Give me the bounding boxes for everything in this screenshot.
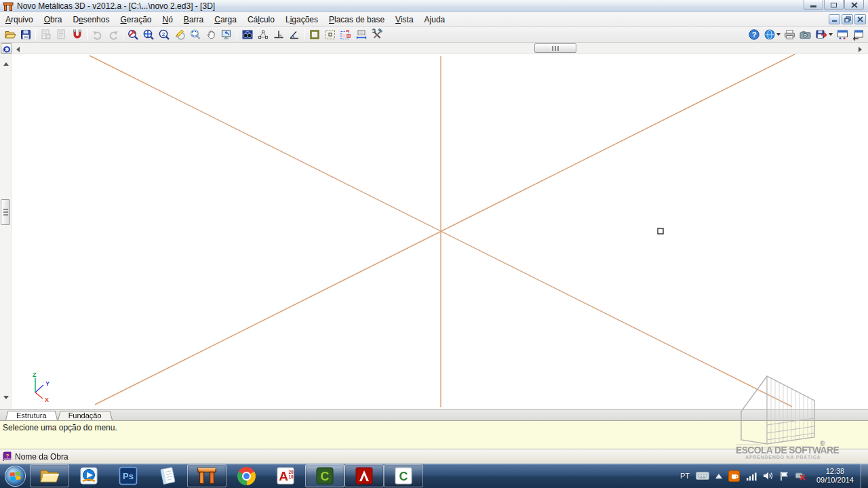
undo-button[interactable]	[90, 28, 105, 42]
scroll-up-arrow[interactable]	[3, 62, 9, 66]
photoshop-icon: Ps	[119, 466, 138, 485]
globe-icon	[764, 28, 776, 41]
toolbar-separator	[87, 28, 87, 41]
nodes-icon	[257, 28, 269, 41]
menu-ligacoes[interactable]: Ligações	[280, 13, 323, 26]
help-button[interactable]: ?	[746, 28, 762, 42]
minimize-button[interactable]	[804, 0, 823, 10]
window-previous-icon	[852, 28, 865, 41]
desktop: Novo Metálicas 3D - v2012.a - [C:\...\no…	[0, 0, 868, 488]
taskbar-chrome[interactable]	[226, 464, 266, 488]
dimension-button[interactable]	[353, 28, 369, 42]
redraw-button[interactable]	[172, 28, 188, 42]
menu-barra[interactable]: Barra	[178, 13, 209, 26]
svg-text:2: 2	[162, 31, 165, 37]
taskbar-adobe-reader[interactable]	[344, 464, 384, 487]
menu-placas-de-base[interactable]: Placas de base	[323, 13, 390, 26]
taskbar-clock[interactable]: 12:38 09/10/2014	[816, 467, 854, 485]
cursor-pick-box	[658, 228, 663, 234]
taskbar-camtasia-recorder[interactable]: C	[305, 464, 344, 487]
export-drawing-button[interactable]	[38, 28, 54, 42]
action-center-flag-icon[interactable]	[780, 471, 789, 481]
start-button[interactable]	[0, 464, 30, 488]
mdi-restore-button[interactable]	[842, 14, 853, 24]
save-button[interactable]	[18, 28, 33, 42]
window-previous-button[interactable]	[850, 28, 866, 42]
orbit-rotate-icon	[2, 45, 11, 53]
angle-dimension-button[interactable]	[286, 28, 302, 42]
horizontal-scroll-thumb[interactable]	[534, 43, 576, 53]
menu-ajuda[interactable]: Ajuda	[419, 13, 451, 26]
minimize-icon	[810, 5, 816, 7]
java-update-icon[interactable]	[728, 470, 740, 482]
taskbar-autocad[interactable]: A 20 10	[266, 464, 305, 488]
tab-estrutura[interactable]: Estrutura	[5, 410, 58, 420]
capture-view-button[interactable]	[797, 28, 813, 42]
show-desktop-button[interactable]	[861, 464, 868, 488]
window-arrange-button[interactable]	[835, 28, 850, 42]
window-arrange-icon	[836, 28, 849, 41]
close-button[interactable]	[844, 0, 864, 10]
vertical-scrollbar[interactable]	[0, 54, 12, 409]
save-view-button[interactable]	[813, 28, 835, 42]
menu-arquivo[interactable]: Arquivo	[0, 13, 39, 26]
menu-obra[interactable]: Obra	[39, 13, 68, 26]
speaker-icon[interactable]	[763, 471, 774, 481]
previous-view-button[interactable]	[219, 28, 235, 42]
selection-plane-button[interactable]	[307, 28, 322, 42]
menu-vista[interactable]: Vista	[390, 13, 418, 26]
taskbar-metalicas-3d[interactable]	[187, 464, 226, 487]
open-file-button[interactable]	[2, 28, 18, 42]
pan-button[interactable]	[203, 28, 219, 42]
save-icon	[20, 28, 32, 41]
mdi-minimize-button[interactable]	[829, 14, 840, 24]
restore-button[interactable]	[824, 0, 844, 10]
scroll-left-arrow[interactable]	[16, 47, 20, 52]
zoom-window-button[interactable]	[125, 28, 141, 42]
network-disconnected-icon[interactable]	[795, 470, 806, 481]
taskbar-notepad[interactable]	[148, 464, 187, 488]
show-hidden-icons-button[interactable]	[715, 474, 722, 479]
redo-button[interactable]	[105, 28, 121, 42]
search-button[interactable]	[239, 28, 255, 42]
horizontal-scrollbar[interactable]	[0, 43, 868, 54]
zoom-all-button[interactable]	[141, 28, 157, 42]
menu-carga[interactable]: Carga	[209, 13, 242, 26]
restore-icon	[831, 3, 837, 7]
zoom-region-button[interactable]	[188, 28, 203, 42]
tools-button[interactable]	[369, 28, 384, 42]
keyboard-icon[interactable]	[696, 472, 709, 480]
menu-no[interactable]: Nó	[157, 13, 178, 26]
print-button[interactable]	[782, 28, 797, 42]
vertical-scroll-thumb[interactable]	[1, 199, 10, 225]
scroll-right-arrow[interactable]	[859, 47, 862, 52]
scroll-down-arrow[interactable]	[3, 396, 9, 399]
svg-text:A: A	[279, 469, 288, 483]
help-book-icon: ?	[2, 451, 12, 462]
network-signal-icon[interactable]	[746, 472, 757, 481]
camera-icon	[799, 28, 812, 41]
center-reference-button[interactable]	[322, 28, 338, 42]
node-selection-button[interactable]	[255, 28, 271, 42]
perpendicular-icon	[273, 28, 285, 41]
taskbar-windows-explorer[interactable]	[30, 464, 69, 487]
binoculars-icon	[241, 28, 254, 41]
magnet-snap-button[interactable]	[69, 28, 85, 42]
taskbar-camtasia-player[interactable]: C	[384, 464, 423, 487]
tab-fundacao[interactable]: Fundação	[58, 410, 113, 420]
mdi-close-button[interactable]	[854, 14, 866, 24]
taskbar-photoshop[interactable]: Ps	[108, 464, 148, 488]
menu-calculo[interactable]: Cálculo	[242, 13, 280, 26]
view-tabs: Estrutura Fundação	[0, 409, 868, 420]
zoom-double-button[interactable]: 2	[157, 28, 172, 42]
view-3d-button[interactable]	[762, 28, 782, 42]
model-canvas[interactable]: Z Y X	[12, 54, 868, 409]
language-indicator[interactable]: PT	[680, 472, 690, 480]
reference-grid-button[interactable]	[338, 28, 353, 42]
orthogonal-mode-button[interactable]	[271, 28, 286, 42]
menu-desenhos[interactable]: Desenhos	[67, 13, 115, 26]
taskbar-windows-media-player[interactable]	[69, 464, 108, 488]
orbit-view-button[interactable]	[1, 43, 12, 54]
print-drawing-button[interactable]	[54, 28, 69, 42]
menu-geracao[interactable]: Geração	[115, 13, 157, 26]
